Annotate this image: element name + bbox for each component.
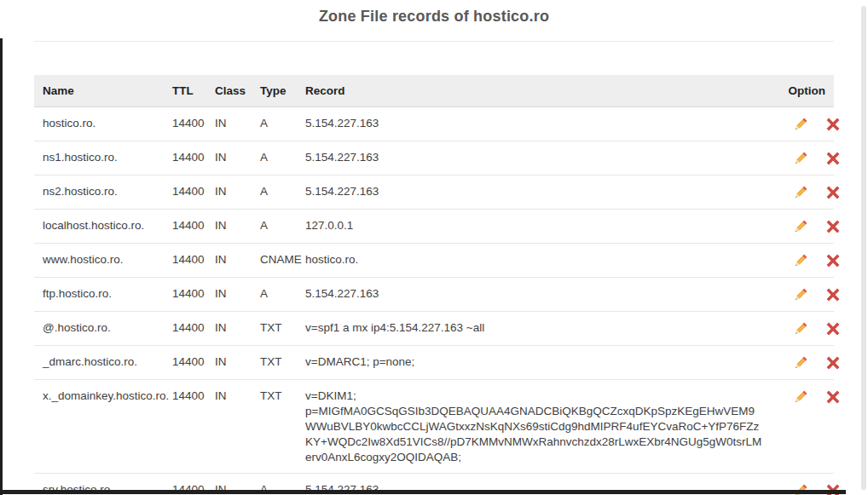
delete-record-button[interactable] — [825, 116, 842, 133]
pencil-icon — [792, 218, 809, 235]
pencil-icon — [792, 354, 809, 371]
x-icon — [825, 116, 842, 133]
record-type: TXT — [252, 380, 297, 474]
zone-record-row: ftp.hostico.ro. 14400 IN A 5.154.227.163 — [34, 278, 834, 312]
edit-record-button[interactable] — [792, 116, 809, 133]
record-options — [772, 380, 834, 474]
zone-record-row: hostico.ro. 14400 IN A 5.154.227.163 — [34, 107, 834, 141]
edit-record-button[interactable] — [792, 389, 809, 406]
record-type: CNAME — [252, 244, 297, 278]
delete-record-button[interactable] — [825, 218, 842, 235]
record-options — [772, 176, 834, 210]
record-class: IN — [206, 141, 252, 176]
pencil-icon — [792, 184, 809, 201]
record-options — [772, 278, 834, 312]
edit-record-button[interactable] — [792, 252, 809, 269]
record-name: hostico.ro. — [34, 107, 164, 141]
record-class: IN — [206, 278, 252, 312]
zone-records-table: Name TTL Class Type Record Option hostic… — [34, 75, 834, 495]
record-ttl: 14400 — [164, 210, 206, 244]
record-name: localhost.hostico.ro. — [34, 210, 164, 244]
column-header-type: Type — [252, 75, 297, 107]
edit-record-button[interactable] — [792, 218, 809, 235]
record-value: hostico.ro. — [297, 244, 772, 278]
edit-record-button[interactable] — [792, 150, 809, 167]
record-options — [772, 107, 834, 141]
x-icon — [825, 218, 842, 235]
record-ttl: 14400 — [164, 346, 206, 380]
record-name: ftp.hostico.ro. — [34, 278, 164, 312]
record-options — [772, 244, 834, 278]
zone-record-row: ns2.hostico.ro. 14400 IN A 5.154.227.163 — [34, 176, 834, 210]
edit-record-button[interactable] — [792, 184, 809, 201]
delete-record-button[interactable] — [825, 252, 842, 269]
record-ttl: 14400 — [164, 176, 206, 210]
zone-record-row: x._domainkey.hostico.ro. 14400 IN TXT v=… — [34, 380, 834, 474]
record-value: v=DMARC1; p=none; — [297, 346, 772, 380]
record-class: IN — [206, 210, 252, 244]
column-header-record: Record — [297, 75, 772, 107]
title-divider — [34, 41, 834, 42]
zone-record-row: ns1.hostico.ro. 14400 IN A 5.154.227.163 — [34, 141, 834, 176]
record-ttl: 14400 — [164, 107, 206, 141]
page-title: Zone File records of hostico.ro — [0, 0, 868, 26]
edit-record-button[interactable] — [792, 354, 809, 371]
record-name: @.hostico.ro. — [34, 312, 164, 346]
column-header-option: Option — [772, 75, 834, 107]
record-name: x._domainkey.hostico.ro. — [34, 380, 164, 474]
zone-record-row: localhost.hostico.ro. 14400 IN A 127.0.0… — [34, 210, 834, 244]
x-icon — [825, 389, 842, 406]
record-type: A — [252, 107, 297, 141]
x-icon — [825, 320, 842, 337]
pencil-icon — [792, 389, 809, 406]
delete-record-button[interactable] — [825, 389, 842, 406]
record-value: v=spf1 a mx ip4:5.154.227.163 ~all — [297, 312, 772, 346]
edit-record-button[interactable] — [792, 320, 809, 337]
window-frame-bottom — [0, 490, 846, 494]
record-type: A — [252, 278, 297, 312]
x-icon — [825, 184, 842, 201]
record-type: TXT — [252, 312, 297, 346]
record-options — [772, 346, 834, 380]
record-value: 127.0.0.1 — [297, 210, 772, 244]
record-name: ns2.hostico.ro. — [34, 176, 164, 210]
record-value: 5.154.227.163 — [297, 107, 772, 141]
record-class: IN — [206, 176, 252, 210]
record-value: 5.154.227.163 — [297, 176, 772, 210]
pencil-icon — [792, 116, 809, 133]
record-class: IN — [206, 380, 252, 474]
record-options — [772, 141, 834, 176]
record-options — [772, 312, 834, 346]
record-ttl: 14400 — [164, 312, 206, 346]
x-icon — [825, 286, 842, 303]
record-class: IN — [206, 312, 252, 346]
record-class: IN — [206, 107, 252, 141]
window-frame-left — [0, 38, 3, 495]
table-header-row: Name TTL Class Type Record Option — [34, 75, 834, 107]
pencil-icon — [792, 252, 809, 269]
record-type: A — [252, 210, 297, 244]
record-value: v=DKIM1; p=MIGfMA0GCSqGSIb3DQEBAQUAA4GNA… — [297, 380, 772, 474]
delete-record-button[interactable] — [825, 354, 842, 371]
pencil-icon — [792, 320, 809, 337]
x-icon — [825, 150, 842, 167]
record-ttl: 14400 — [164, 278, 206, 312]
record-ttl: 14400 — [164, 244, 206, 278]
record-type: A — [252, 176, 297, 210]
scrollbar[interactable] — [861, 6, 866, 490]
zone-table-body: hostico.ro. 14400 IN A 5.154.227.163 — [34, 107, 834, 495]
record-type: A — [252, 141, 297, 176]
delete-record-button[interactable] — [825, 286, 842, 303]
x-icon — [825, 252, 842, 269]
zone-record-row: @.hostico.ro. 14400 IN TXT v=spf1 a mx i… — [34, 312, 834, 346]
delete-record-button[interactable] — [825, 320, 842, 337]
record-ttl: 14400 — [164, 380, 206, 474]
record-ttl: 14400 — [164, 141, 206, 176]
record-value: 5.154.227.163 — [297, 278, 772, 312]
column-header-class: Class — [206, 75, 252, 107]
edit-record-button[interactable] — [792, 286, 809, 303]
delete-record-button[interactable] — [825, 150, 842, 167]
delete-record-button[interactable] — [825, 184, 842, 201]
zone-record-row: www.hostico.ro. 14400 IN CNAME hostico.r… — [34, 244, 834, 278]
record-name: _dmarc.hostico.ro. — [34, 346, 164, 380]
